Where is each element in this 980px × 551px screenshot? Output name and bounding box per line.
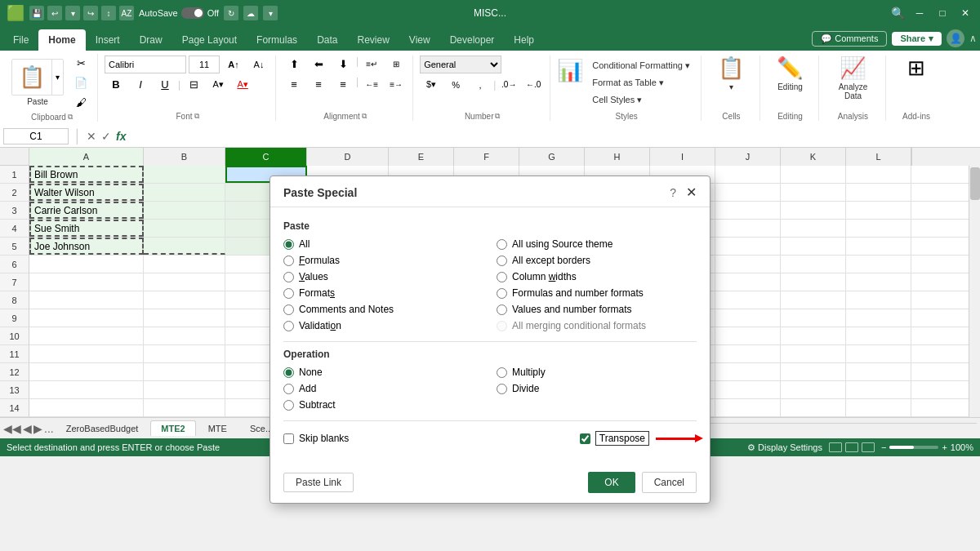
analyze-data-icon[interactable]: 📈 bbox=[840, 56, 866, 81]
col-header-l[interactable]: L bbox=[846, 148, 911, 166]
radio-formulas[interactable] bbox=[283, 256, 294, 266]
row-num-7[interactable]: 7 bbox=[0, 273, 29, 291]
col-header-h[interactable]: H bbox=[585, 148, 650, 166]
cell-row12-col11[interactable] bbox=[846, 363, 911, 380]
zoom-out-btn[interactable]: − bbox=[881, 442, 886, 452]
indent-dec-btn[interactable]: ←≡ bbox=[360, 76, 383, 94]
cell-row6-col11[interactable] bbox=[846, 256, 911, 273]
cell-row10-col0[interactable] bbox=[29, 327, 144, 344]
search-icon[interactable]: 🔍 bbox=[891, 7, 905, 20]
tab-view[interactable]: View bbox=[399, 29, 440, 51]
merge-btn[interactable]: ⊞ bbox=[385, 56, 408, 73]
format-painter-btn[interactable]: 🖌 bbox=[69, 93, 92, 111]
cell-row9-col0[interactable] bbox=[29, 309, 144, 327]
fill-color-btn[interactable]: A▾ bbox=[207, 76, 229, 94]
cell-k3[interactable] bbox=[781, 202, 846, 219]
cell-row11-col0[interactable] bbox=[29, 345, 144, 362]
cell-row8-col1[interactable] bbox=[144, 291, 225, 309]
tab-insert[interactable]: Insert bbox=[86, 29, 130, 51]
cells-icon[interactable]: 📋 bbox=[718, 56, 744, 81]
transpose-checkbox[interactable] bbox=[580, 433, 590, 444]
nav-first-btn[interactable]: ◀◀ bbox=[3, 422, 21, 435]
tab-data[interactable]: Data bbox=[307, 29, 347, 51]
align-right-btn[interactable]: ≡ bbox=[332, 76, 354, 94]
radio-all[interactable] bbox=[283, 239, 294, 250]
col-header-j[interactable]: J bbox=[715, 148, 781, 166]
font-size-input[interactable] bbox=[189, 56, 220, 73]
cell-l5[interactable] bbox=[846, 238, 911, 255]
percent-btn[interactable]: % bbox=[444, 76, 467, 94]
ribbon-collapse-btn[interactable]: ∧ bbox=[969, 33, 977, 44]
save-icon[interactable]: 💾 bbox=[29, 6, 44, 20]
paste-dropdown-btn[interactable]: ▾ bbox=[52, 60, 63, 95]
vertical-scrollbar[interactable] bbox=[969, 166, 980, 417]
cell-a2[interactable]: Walter Wilson bbox=[29, 184, 144, 201]
conditional-formatting-btn[interactable]: Conditional Formatting ▾ bbox=[586, 58, 696, 73]
cell-row7-col11[interactable] bbox=[846, 273, 911, 291]
radio-formulas-nums[interactable] bbox=[497, 288, 507, 299]
cell-row6-col1[interactable] bbox=[144, 256, 225, 273]
cell-b3[interactable] bbox=[144, 202, 225, 219]
copy-btn[interactable]: 📄 bbox=[69, 73, 92, 91]
nav-next-btn[interactable]: ▶ bbox=[33, 422, 42, 435]
row-num-13[interactable]: 13 bbox=[0, 381, 29, 399]
cell-row9-col1[interactable] bbox=[144, 309, 225, 327]
clipboard-expand-icon[interactable]: ⧉ bbox=[68, 113, 73, 122]
tab-home[interactable]: Home bbox=[38, 29, 85, 51]
cell-l2[interactable] bbox=[846, 184, 911, 201]
font-expand-icon[interactable]: ⧉ bbox=[194, 112, 199, 121]
radio-op-multiply[interactable] bbox=[497, 367, 507, 378]
cell-styles-btn[interactable]: Cell Styles ▾ bbox=[586, 92, 696, 108]
cell-l3[interactable] bbox=[846, 202, 911, 219]
cell-b2[interactable] bbox=[144, 184, 225, 201]
more-icon[interactable]: ▾ bbox=[263, 6, 278, 20]
radio-op-add[interactable] bbox=[283, 384, 294, 394]
cell-b1[interactable] bbox=[144, 166, 225, 183]
refresh-icon[interactable]: ↻ bbox=[224, 6, 238, 20]
comments-button[interactable]: 💬 💬 CommentsComments bbox=[812, 31, 887, 47]
row-num-1[interactable]: 1 bbox=[0, 166, 29, 184]
col-header-f[interactable]: F bbox=[454, 148, 519, 166]
radio-op-divide[interactable] bbox=[497, 384, 507, 394]
bold-btn[interactable]: B bbox=[105, 76, 127, 94]
skip-blanks-checkbox[interactable] bbox=[283, 433, 294, 444]
cell-row12-col10[interactable] bbox=[781, 363, 846, 380]
conditional-fmt-icon[interactable]: 📊 bbox=[557, 58, 583, 108]
cell-k4[interactable] bbox=[781, 220, 846, 237]
cell-row8-col9[interactable] bbox=[715, 291, 781, 309]
align-bottom-btn[interactable]: ⬇ bbox=[332, 56, 354, 73]
row-num-14[interactable]: 14 bbox=[0, 399, 29, 417]
cell-a3[interactable]: Carrie Carlson bbox=[29, 202, 144, 219]
alignment-expand-icon[interactable]: ⧉ bbox=[362, 112, 367, 121]
row-num-10[interactable]: 10 bbox=[0, 327, 29, 345]
number-expand-icon[interactable]: ⧉ bbox=[495, 112, 500, 121]
cell-row7-col1[interactable] bbox=[144, 273, 225, 291]
row-num-9[interactable]: 9 bbox=[0, 309, 29, 327]
number-format-select[interactable]: General bbox=[420, 56, 501, 73]
dialog-close-btn[interactable]: ✕ bbox=[686, 184, 697, 200]
cell-b4[interactable] bbox=[144, 220, 225, 237]
row-num-3[interactable]: 3 bbox=[0, 202, 29, 220]
cell-l4[interactable] bbox=[846, 220, 911, 237]
zoom-in-btn[interactable]: + bbox=[942, 442, 947, 452]
cell-row12-col1[interactable] bbox=[144, 363, 225, 380]
cell-k5[interactable] bbox=[781, 238, 846, 255]
zoom-bar[interactable] bbox=[889, 446, 938, 449]
normal-view-btn[interactable] bbox=[829, 442, 842, 452]
cell-row9-col10[interactable] bbox=[781, 309, 846, 327]
sheet-tab-zerobased[interactable]: ZeroBasedBudget bbox=[56, 420, 149, 436]
cell-row10-col10[interactable] bbox=[781, 327, 846, 344]
col-header-d[interactable]: D bbox=[307, 148, 389, 166]
cell-k1[interactable] bbox=[781, 166, 846, 183]
font-name-input[interactable] bbox=[105, 56, 186, 73]
cancel-formula-btn[interactable]: ✕ bbox=[87, 130, 96, 143]
nav-more-btn[interactable]: ... bbox=[44, 422, 54, 435]
align-top-btn[interactable]: ⬆ bbox=[283, 56, 305, 73]
row-num-5[interactable]: 5 bbox=[0, 238, 29, 256]
cell-row13-col1[interactable] bbox=[144, 381, 225, 398]
cell-row12-col0[interactable] bbox=[29, 363, 144, 380]
row-num-2[interactable]: 2 bbox=[0, 184, 29, 202]
increase-font-btn[interactable]: A↑ bbox=[222, 56, 245, 73]
addins-icon[interactable]: ⊞ bbox=[907, 56, 925, 81]
cell-l1[interactable] bbox=[846, 166, 911, 183]
